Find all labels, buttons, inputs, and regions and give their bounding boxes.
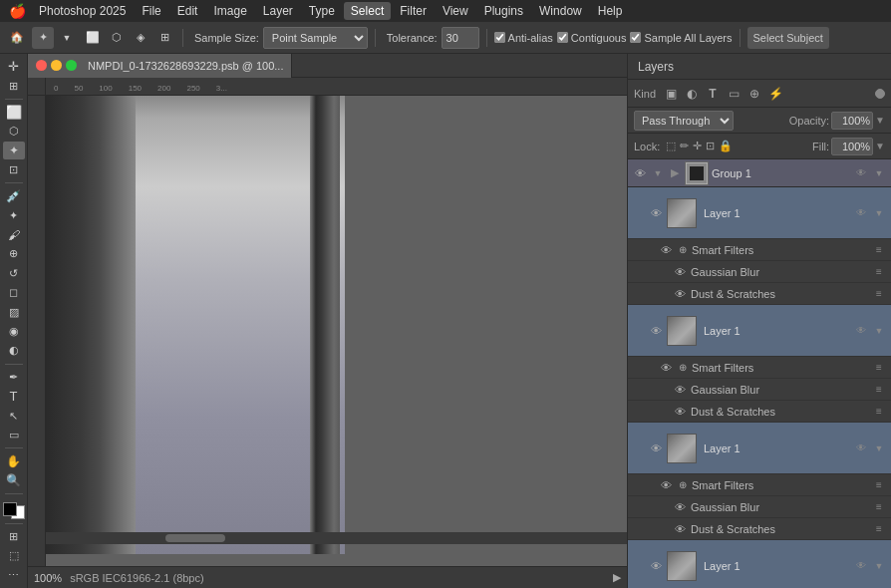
zoom-tool[interactable]: 🔍 <box>3 471 25 488</box>
layer4-chevron-btn[interactable]: ▼ <box>871 558 887 574</box>
layer2-eye-btn[interactable]: 👁 <box>853 323 869 339</box>
fill-dropdown[interactable]: ▼ <box>875 141 885 151</box>
canvas-image[interactable] <box>46 96 345 554</box>
eyedropper-tool[interactable]: 💉 <box>3 187 25 204</box>
screen-mode[interactable]: ⬚ <box>3 547 25 564</box>
select-more[interactable]: ⊞ <box>153 27 175 49</box>
path-select[interactable]: ↖ <box>3 407 25 424</box>
brush-tool[interactable]: 🖌 <box>3 226 25 243</box>
status-more-btn[interactable]: ▶ <box>613 571 621 584</box>
canvas-tab[interactable]: NMPDI_0-1732628693229.psb @ 100... <box>28 54 292 78</box>
clone-tool[interactable]: ⊕ <box>3 245 25 262</box>
blur-tool[interactable]: ◉ <box>3 323 25 340</box>
dodge-tool[interactable]: ◐ <box>3 342 25 359</box>
layer3-chevron-btn[interactable]: ▼ <box>871 441 887 456</box>
opacity-input[interactable] <box>831 112 873 130</box>
extra-tools[interactable]: ⋯ <box>3 567 25 584</box>
contiguous-checkbox[interactable] <box>557 32 568 43</box>
filter-adjust-btn[interactable]: ◐ <box>683 85 701 103</box>
layer-group-row[interactable]: 👁 ▼ ▶ Group 1 👁 ▼ <box>628 159 891 187</box>
blend-mode-select[interactable]: Pass Through <box>634 111 734 131</box>
group-folder-chevron[interactable]: ▶ <box>668 166 682 180</box>
maximize-button[interactable] <box>66 60 77 71</box>
minimize-button[interactable] <box>51 60 62 71</box>
opacity-dropdown[interactable]: ▼ <box>875 115 885 126</box>
filter-smart-btn[interactable]: ⊕ <box>745 85 763 103</box>
layer1-eye-btn[interactable]: 👁 <box>853 205 869 221</box>
gradient-tool[interactable]: ▨ <box>3 303 25 320</box>
sample-all-checkbox[interactable] <box>630 32 641 43</box>
layer3-sf-eye[interactable]: 👁 <box>658 477 674 493</box>
menu-help[interactable]: Help <box>591 2 630 20</box>
menu-photoshop[interactable]: Photoshop 2025 <box>32 2 133 20</box>
layer2-sf-options[interactable]: ≡ <box>871 360 887 376</box>
lock-pixels-btn[interactable]: ✏ <box>680 140 689 152</box>
hand-tool[interactable]: ✋ <box>3 452 25 469</box>
layer2-sf-eye[interactable]: 👁 <box>658 360 674 376</box>
lock-artboard-btn[interactable]: ⊡ <box>706 140 715 152</box>
menu-image[interactable]: Image <box>206 2 253 20</box>
menu-plugins[interactable]: Plugins <box>477 2 530 20</box>
menu-view[interactable]: View <box>436 2 475 20</box>
group-options-btn[interactable]: 👁 <box>853 165 869 181</box>
layer3-gaussian-options[interactable]: ≡ <box>871 499 887 515</box>
magic-wand-variant[interactable]: ◈ <box>130 27 151 49</box>
layer2-gaussian-options[interactable]: ≡ <box>871 382 887 398</box>
shape-tool[interactable]: ▭ <box>3 427 25 443</box>
layer-row-4[interactable]: 👁 Layer 1 👁 ▼ <box>628 540 891 588</box>
layer2-visibility-eye[interactable]: 👁 <box>648 323 664 339</box>
filter-toggle[interactable] <box>875 89 885 99</box>
layer3-sf-options[interactable]: ≡ <box>871 477 887 493</box>
layer1-dust-options[interactable]: ≡ <box>871 286 887 302</box>
lock-transparent-btn[interactable]: ⬚ <box>666 140 676 152</box>
layer2-dust-eye[interactable]: 👁 <box>672 404 688 420</box>
hscroll-thumb[interactable] <box>165 534 225 542</box>
layer1-visibility-eye[interactable]: 👁 <box>648 205 664 221</box>
healing-tool[interactable]: ✦ <box>3 206 25 223</box>
layer3-visibility-eye[interactable]: 👁 <box>648 441 664 456</box>
marquee-tool[interactable]: ⬜ <box>3 104 25 121</box>
eraser-tool[interactable]: ◻ <box>3 284 25 301</box>
anti-alias-checkbox[interactable] <box>494 32 505 43</box>
pen-tool[interactable]: ✒ <box>3 368 25 385</box>
sample-size-select[interactable]: Point Sample <box>263 27 368 49</box>
menu-select[interactable]: Select <box>344 2 391 20</box>
menu-edit[interactable]: Edit <box>170 2 205 20</box>
foreground-color-swatch[interactable] <box>3 502 17 516</box>
filter-pixel-btn[interactable]: ▣ <box>662 85 680 103</box>
layer1-dust-eye[interactable]: 👁 <box>672 286 688 302</box>
tolerance-input[interactable] <box>442 27 479 49</box>
crop-tool[interactable]: ⊡ <box>3 161 25 178</box>
layer2-dust-options[interactable]: ≡ <box>871 404 887 420</box>
filter-text-btn[interactable]: T <box>704 85 722 103</box>
text-tool[interactable]: T <box>3 388 25 405</box>
filter-shape-btn[interactable]: ▭ <box>725 85 742 103</box>
layer2-chevron-btn[interactable]: ▼ <box>871 323 887 339</box>
menu-window[interactable]: Window <box>532 2 589 20</box>
apple-menu[interactable]: 🍎 <box>8 0 26 22</box>
tool-dropdown[interactable]: ▼ <box>56 27 78 49</box>
group-expand-chevron[interactable]: ▼ <box>651 166 665 180</box>
layer3-dust-options[interactable]: ≡ <box>871 521 887 537</box>
color-swatches[interactable] <box>3 502 25 519</box>
artboard-tool[interactable]: ⊞ <box>3 77 25 94</box>
layer-row-1[interactable]: 👁 Layer 1 👁 ▼ <box>628 187 891 239</box>
layer-row-2[interactable]: 👁 Layer 1 👁 ▼ <box>628 305 891 357</box>
magic-wand-tool-left[interactable]: ✦ <box>3 142 25 158</box>
layer2-gaussian-eye[interactable]: 👁 <box>672 382 688 398</box>
layer3-eye-btn[interactable]: 👁 <box>853 441 869 456</box>
layer1-sf-eye[interactable]: 👁 <box>658 242 674 258</box>
home-button[interactable]: 🏠 <box>6 27 28 49</box>
layer-row-3[interactable]: 👁 Layer 1 👁 ▼ <box>628 423 891 474</box>
select-subject-btn[interactable]: Select Subject <box>747 27 829 49</box>
move-tool[interactable]: ✛ <box>3 58 25 75</box>
lasso-tool-left[interactable]: ⬡ <box>3 123 25 140</box>
magic-wand-tool[interactable]: ✦ <box>32 27 54 49</box>
rect-select-tool[interactable]: ⬜ <box>82 27 104 49</box>
close-button[interactable] <box>36 60 47 71</box>
layer1-sf-options[interactable]: ≡ <box>871 242 887 258</box>
canvas-hscroll[interactable] <box>46 532 627 544</box>
layer1-gaussian-options[interactable]: ≡ <box>871 264 887 280</box>
lasso-tool[interactable]: ⬡ <box>106 27 128 49</box>
layer4-eye-btn[interactable]: 👁 <box>853 558 869 574</box>
